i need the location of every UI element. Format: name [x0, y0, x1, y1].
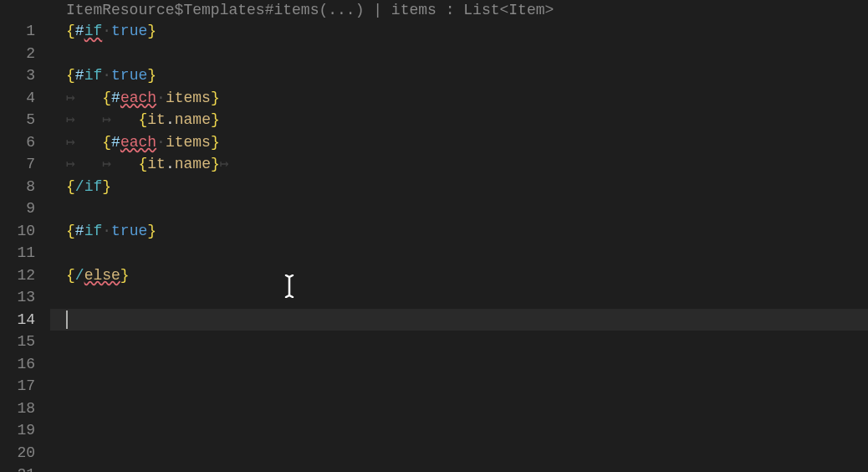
- line-number: 19: [0, 419, 35, 442]
- token-brace: {: [66, 67, 75, 84]
- token-slash: /: [75, 267, 84, 284]
- line-number: 8: [0, 176, 35, 198]
- token-bool: true: [111, 23, 147, 39]
- token-arrow: ↦: [66, 156, 102, 172]
- code-line[interactable]: {/if}: [50, 176, 868, 198]
- token-brace: }: [211, 134, 220, 151]
- token-arrow: ↦: [66, 134, 102, 151]
- line-gutter: 123456789101112131415161718192021: [0, 20, 50, 472]
- token-ident: items: [166, 90, 211, 106]
- code-line[interactable]: [50, 242, 868, 264]
- code-line[interactable]: [50, 198, 868, 220]
- code-line[interactable]: [50, 398, 868, 420]
- token-ident: it: [147, 156, 166, 172]
- line-number: 7: [0, 153, 35, 176]
- token-prop: name: [175, 111, 211, 128]
- code-area[interactable]: {#if·true}{#if·true}↦ {#each·items}↦ ↦ {…: [50, 20, 868, 472]
- token-brace: }: [102, 178, 111, 195]
- token-arrow: ↦: [220, 156, 229, 172]
- token-ident: items: [166, 134, 211, 151]
- code-line[interactable]: ↦ {#each·items}: [50, 87, 868, 110]
- token-keyword: if: [84, 23, 103, 39]
- code-line[interactable]: ↦ ↦ {it.name}: [50, 109, 868, 131]
- code-line[interactable]: ↦ {#each·items}: [50, 131, 868, 154]
- token-slash: /: [75, 178, 84, 195]
- token-punct: ·: [156, 90, 166, 106]
- token-keyword: if: [84, 223, 103, 239]
- line-number: 12: [0, 264, 35, 287]
- token-brace: {: [139, 156, 148, 172]
- token-hash: #: [75, 23, 84, 39]
- line-number: 17: [0, 375, 35, 398]
- token-brace: {: [66, 23, 75, 39]
- code-line[interactable]: {#if·true}: [50, 64, 868, 87]
- code-line[interactable]: [50, 442, 868, 464]
- token-bool: true: [111, 223, 147, 239]
- token-brace: }: [147, 67, 156, 84]
- token-brace: }: [120, 267, 130, 284]
- token-arrow: ↦: [102, 156, 138, 172]
- token-brace: {: [66, 223, 75, 239]
- line-number: 1: [0, 20, 35, 43]
- code-line[interactable]: {#if·true}: [50, 220, 868, 243]
- token-arrow: ↦: [66, 111, 102, 128]
- token-brace: }: [147, 23, 156, 39]
- token-close: if: [84, 178, 103, 195]
- code-line[interactable]: ↦ ↦ {it.name}↦: [50, 153, 868, 176]
- line-number: 2: [0, 43, 35, 65]
- token-hash: #: [111, 134, 120, 151]
- line-number: 18: [0, 398, 35, 420]
- token-else: else: [84, 267, 120, 284]
- token-ident: it: [147, 111, 166, 128]
- line-number: 10: [0, 220, 35, 243]
- token-each: each: [120, 90, 156, 106]
- code-line[interactable]: [50, 353, 868, 376]
- code-line[interactable]: {/else}: [50, 264, 868, 287]
- token-arrow: ↦: [102, 111, 138, 128]
- token-punct: ·: [102, 223, 111, 239]
- line-number: 16: [0, 353, 35, 376]
- token-brace: {: [102, 90, 111, 106]
- token-punct: ·: [156, 134, 166, 151]
- code-line[interactable]: {#if·true}: [50, 20, 868, 43]
- token-dot: .: [166, 111, 175, 128]
- token-dot: .: [166, 156, 175, 172]
- text-caret: [66, 310, 68, 329]
- line-number: 11: [0, 242, 35, 264]
- code-line[interactable]: [50, 419, 868, 442]
- token-punct: ·: [102, 23, 111, 39]
- token-punct: ·: [102, 67, 111, 84]
- code-line[interactable]: [50, 286, 868, 309]
- token-hash: #: [75, 67, 84, 84]
- line-number: 14: [0, 309, 35, 331]
- token-prop: name: [175, 156, 211, 172]
- line-number: 13: [0, 286, 35, 309]
- line-number: 9: [0, 198, 35, 220]
- token-keyword: if: [84, 67, 103, 84]
- editor-area: 123456789101112131415161718192021 {#if·t…: [0, 20, 868, 472]
- line-number: 15: [0, 331, 35, 353]
- code-line[interactable]: [50, 43, 868, 65]
- token-brace: }: [211, 90, 220, 106]
- token-brace: {: [102, 134, 111, 151]
- token-hash: #: [111, 90, 120, 106]
- token-bool: true: [111, 67, 147, 84]
- token-arrow: ↦: [66, 90, 102, 106]
- line-number: 5: [0, 109, 35, 131]
- breadcrumb[interactable]: ItemResource$Templates#items(...) | item…: [0, 0, 868, 20]
- token-hash: #: [75, 223, 84, 239]
- token-brace: {: [66, 178, 75, 195]
- line-number: 4: [0, 87, 35, 110]
- token-brace: {: [66, 267, 75, 284]
- token-brace: }: [211, 156, 220, 172]
- line-number: 20: [0, 442, 35, 464]
- line-number: 21: [0, 464, 35, 472]
- line-number: 3: [0, 64, 35, 87]
- token-brace: {: [139, 111, 148, 128]
- line-number: 6: [0, 131, 35, 154]
- code-line[interactable]: [50, 375, 868, 398]
- code-line[interactable]: [50, 331, 868, 353]
- token-brace: }: [211, 111, 220, 128]
- code-line[interactable]: [50, 309, 868, 331]
- code-line[interactable]: [50, 464, 868, 472]
